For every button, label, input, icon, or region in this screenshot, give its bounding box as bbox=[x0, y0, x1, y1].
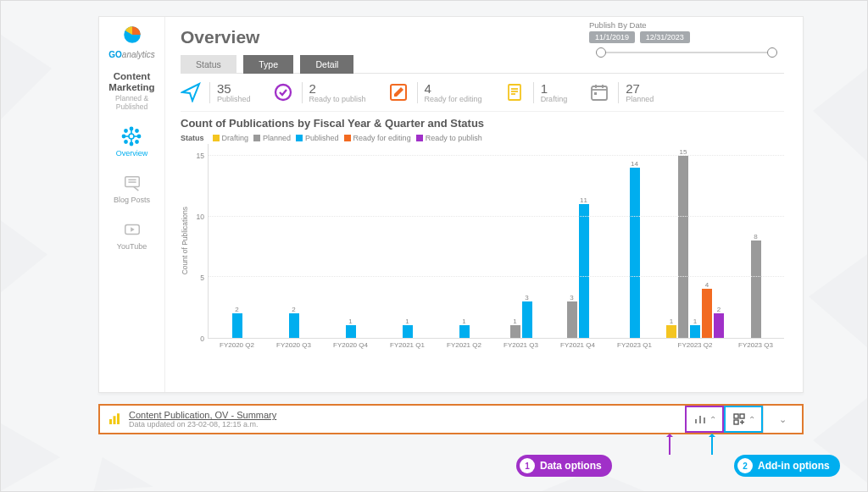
bar[interactable]: 8 bbox=[751, 240, 761, 338]
svg-point-10 bbox=[131, 128, 133, 130]
kpi-card: 4Ready for editing bbox=[388, 82, 482, 104]
date-slider[interactable] bbox=[589, 47, 784, 58]
svg-rect-39 bbox=[114, 416, 116, 424]
x-tick-label: FY2023 Q3 bbox=[727, 338, 784, 349]
tab-type[interactable]: Type bbox=[243, 55, 293, 74]
bar[interactable]: 3 bbox=[522, 301, 532, 338]
bar[interactable]: 1 bbox=[666, 325, 676, 337]
bar-value-label: 1 bbox=[348, 318, 352, 325]
bottom-bar-actions: ⌃ ⌃ ⌄ bbox=[685, 406, 802, 433]
check-circle-icon bbox=[273, 82, 295, 104]
sidebar-item-blog-posts[interactable]: Blog Posts bbox=[114, 172, 150, 204]
bar-group: 2FY2020 Q3 bbox=[265, 144, 322, 338]
more-options-button[interactable]: ⌄ bbox=[763, 406, 802, 433]
bar[interactable]: 4 bbox=[702, 289, 712, 337]
bar-value-label: 1 bbox=[513, 318, 516, 325]
tab-detail[interactable]: Detail bbox=[300, 55, 353, 74]
y-ticks: 051015 bbox=[189, 144, 208, 339]
legend-swatch bbox=[296, 135, 303, 141]
bar[interactable]: 1 bbox=[459, 325, 470, 337]
kpi-value: 27 bbox=[626, 82, 654, 95]
bar-value-label: 2 bbox=[235, 306, 238, 313]
svg-marker-1 bbox=[1, 220, 47, 292]
bar[interactable]: 2 bbox=[232, 313, 242, 338]
bar-group: 14FY2023 Q1 bbox=[606, 144, 663, 338]
y-tick: 15 bbox=[197, 152, 204, 160]
chevron-down-icon: ⌄ bbox=[779, 414, 787, 425]
kpi-card: 35Published bbox=[181, 82, 251, 104]
sidebar-item-overview[interactable]: Overview bbox=[116, 125, 148, 158]
blog-icon bbox=[121, 172, 143, 194]
nav-heading: Content Marketing bbox=[99, 71, 164, 93]
sidebar-item-label: Overview bbox=[116, 149, 148, 158]
svg-marker-26 bbox=[131, 227, 135, 232]
tab-status[interactable]: Status bbox=[181, 55, 236, 74]
calendar-icon bbox=[589, 82, 611, 104]
bar[interactable]: 1 bbox=[510, 325, 520, 337]
svg-marker-3 bbox=[813, 69, 867, 162]
svg-rect-38 bbox=[109, 419, 112, 424]
kpi-value: 35 bbox=[217, 82, 251, 95]
svg-rect-37 bbox=[594, 92, 597, 95]
logo-text: GOanalytics bbox=[108, 50, 154, 59]
x-tick-label: FY2020 Q4 bbox=[322, 338, 379, 349]
callout-arrow bbox=[669, 434, 670, 455]
bar[interactable]: 14 bbox=[630, 168, 640, 337]
bar-value-label: 11 bbox=[580, 196, 587, 204]
legend-label: Drafting bbox=[222, 134, 249, 142]
bar[interactable]: 1 bbox=[690, 325, 700, 337]
svg-point-12 bbox=[123, 135, 125, 138]
sidebar-item-youtube[interactable]: YouTube bbox=[117, 218, 147, 251]
svg-point-9 bbox=[129, 134, 134, 139]
bar[interactable]: 2 bbox=[289, 313, 299, 338]
x-tick-label: FY2023 Q1 bbox=[606, 338, 663, 349]
date-to-badge[interactable]: 12/31/2023 bbox=[640, 31, 690, 43]
svg-marker-6 bbox=[94, 457, 153, 491]
gridline bbox=[209, 155, 784, 156]
logo-icon bbox=[121, 24, 143, 46]
chart-title: Count of Publications by Fiscal Year & Q… bbox=[181, 117, 784, 130]
callout-addin-options: 2 Add-in options bbox=[734, 455, 840, 477]
legend-swatch bbox=[213, 135, 220, 141]
kpi-card: 1Drafting bbox=[504, 82, 568, 104]
bar[interactable]: 11 bbox=[579, 204, 589, 337]
bar-groups: 2FY2020 Q22FY2020 Q31FY2020 Q41FY2021 Q1… bbox=[209, 144, 784, 338]
bar[interactable]: 3 bbox=[567, 301, 577, 338]
kpi-value: 2 bbox=[309, 82, 366, 95]
gridline bbox=[209, 276, 784, 277]
legend-header: Status bbox=[181, 134, 204, 142]
callout-number: 1 bbox=[520, 458, 535, 473]
bar[interactable]: 1 bbox=[346, 325, 356, 337]
bar-group: 311FY2021 Q4 bbox=[549, 144, 606, 338]
bar[interactable]: 1 bbox=[403, 325, 413, 337]
svg-rect-45 bbox=[740, 414, 744, 418]
svg-point-16 bbox=[125, 141, 127, 143]
chart-legend: StatusDraftingPlannedPublishedReady for … bbox=[181, 133, 784, 142]
y-tick: 0 bbox=[200, 334, 204, 343]
bar-value-label: 2 bbox=[717, 306, 721, 313]
svg-rect-46 bbox=[734, 420, 738, 424]
bar[interactable]: 2 bbox=[714, 313, 724, 338]
svg-rect-40 bbox=[117, 413, 120, 424]
bar-group: 2FY2020 Q2 bbox=[209, 144, 265, 338]
date-from-badge[interactable]: 11/1/2019 bbox=[589, 31, 635, 43]
bottom-bar-title[interactable]: Content Publication, OV - Summary bbox=[129, 410, 276, 420]
kpi-label: Published bbox=[217, 95, 251, 103]
gridline bbox=[209, 216, 784, 217]
callout-arrow bbox=[711, 434, 713, 455]
bar[interactable]: 15 bbox=[678, 156, 688, 338]
legend-label: Ready to publish bbox=[426, 134, 482, 142]
bottom-toolbar: Content Publication, OV - Summary Data u… bbox=[98, 404, 804, 434]
bar-value-label: 2 bbox=[292, 306, 295, 313]
kpi-value: 1 bbox=[541, 82, 568, 95]
date-filter-label: Publish By Date bbox=[589, 20, 784, 30]
bar-value-label: 1 bbox=[693, 318, 697, 325]
data-options-button[interactable]: ⌃ bbox=[685, 406, 724, 433]
svg-marker-2 bbox=[1, 423, 60, 491]
bar-value-label: 1 bbox=[462, 318, 465, 325]
addin-options-button[interactable]: ⌃ bbox=[724, 406, 763, 433]
bar-group: 1FY2021 Q2 bbox=[436, 144, 492, 338]
sidebar-item-label: Blog Posts bbox=[114, 196, 150, 204]
y-axis-label: Count of Publications bbox=[181, 207, 189, 274]
bar-value-label: 1 bbox=[405, 318, 409, 325]
